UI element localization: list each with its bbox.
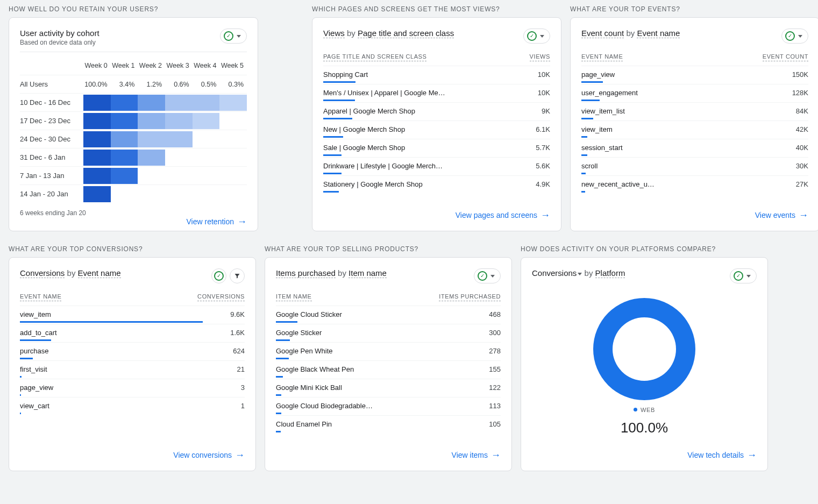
table-row[interactable]: page_view150K xyxy=(581,66,808,84)
status-button[interactable]: ✓ xyxy=(211,268,226,283)
section-label-conversions: WHAT ARE YOUR TOP CONVERSIONS? xyxy=(9,245,256,253)
metric-selector[interactable]: Conversions xyxy=(532,268,577,278)
table-row[interactable]: add_to_cart1.6K xyxy=(20,324,245,342)
pages-card: Views by Page title and screen class ✓ P… xyxy=(312,17,561,231)
view-tech-details-link[interactable]: View tech details→ xyxy=(532,450,757,460)
table-row[interactable]: page_view3 xyxy=(20,379,245,397)
view-events-link[interactable]: View events→ xyxy=(581,210,808,220)
view-retention-link[interactable]: View retention→ xyxy=(20,217,247,226)
metric-selector[interactable]: Event count xyxy=(581,29,624,38)
status-dropdown[interactable]: ✓ xyxy=(730,268,757,283)
row-bar xyxy=(323,154,342,156)
table-row[interactable]: Drinkware | Lifestyle | Google Merch…5.6… xyxy=(323,157,550,175)
table-row[interactable]: Google Sticker300 xyxy=(276,324,501,342)
row-value: 9K xyxy=(542,107,550,115)
row-name: page_view xyxy=(581,70,615,79)
row-bar xyxy=(581,118,593,119)
cohort-cell xyxy=(111,150,138,166)
table-row[interactable]: first_visit21 xyxy=(20,360,245,379)
row-bar xyxy=(276,394,281,396)
cohort-cell xyxy=(111,131,138,147)
metric-selector[interactable]: Views xyxy=(323,29,345,38)
metric-selector[interactable]: Conversions xyxy=(20,268,65,278)
chevron-down-icon xyxy=(540,35,544,38)
row-all-users: All Users xyxy=(20,80,83,88)
table-row[interactable]: Stationery | Google Merch Shop4.9K xyxy=(323,175,550,194)
col-week3: Week 3 xyxy=(165,62,193,69)
row-bar xyxy=(581,100,600,101)
row-name: Cloud Enamel Pin xyxy=(276,420,332,428)
table-row[interactable]: Sale | Google Merch Shop5.7K xyxy=(323,139,550,157)
dimension-selector[interactable]: Page title and screen class xyxy=(358,29,454,38)
row-bar xyxy=(323,191,339,193)
row-name: Stationery | Google Merch Shop xyxy=(323,180,423,188)
table-row[interactable]: Men's / Unisex | Apparel | Google Me…10K xyxy=(323,84,550,102)
cohort-row-label: 7 Jan - 13 Jan xyxy=(20,172,83,180)
row-value: 155 xyxy=(489,365,501,373)
dimension-selector[interactable]: Event name xyxy=(78,268,121,278)
cohort-row-label: 24 Dec - 30 Dec xyxy=(20,135,83,143)
table-row[interactable]: Google Mini Kick Ball122 xyxy=(276,379,501,397)
table-row[interactable]: view_cart1 xyxy=(20,397,245,415)
view-items-link[interactable]: View items→ xyxy=(276,450,501,460)
status-dropdown[interactable]: ✓ xyxy=(781,29,808,44)
dimension-selector[interactable]: Item name xyxy=(348,268,387,278)
metric-selector[interactable]: Items purchased xyxy=(276,268,336,278)
row-name: first_visit xyxy=(20,365,47,373)
row-name: view_item xyxy=(20,310,51,318)
row-value: 3 xyxy=(241,384,245,392)
table-row[interactable]: view_item9.6K xyxy=(20,306,245,324)
table-row[interactable]: new_recent_active_u…27K xyxy=(581,175,808,194)
cohort-row: 10 Dec - 16 Dec xyxy=(20,93,247,111)
col-name: PAGE TITLE AND SCREEN CLASS xyxy=(323,53,426,61)
cohort-row-label: 10 Dec - 16 Dec xyxy=(20,98,83,107)
status-dropdown[interactable]: ✓ xyxy=(220,29,247,44)
cohort-row: 7 Jan - 13 Jan xyxy=(20,166,247,184)
section-label-pages: WHICH PAGES AND SCREENS GET THE MOST VIE… xyxy=(312,5,561,13)
row-value: 6.1K xyxy=(536,125,550,133)
table-row[interactable]: New | Google Merch Shop6.1K xyxy=(323,120,550,139)
status-dropdown[interactable]: ✓ xyxy=(474,268,501,283)
cohort-cell xyxy=(165,131,193,147)
row-value: 21 xyxy=(237,365,245,373)
row-value: 30K xyxy=(796,162,808,170)
cohort-cell xyxy=(165,113,193,129)
arrow-right-icon: → xyxy=(491,450,501,460)
table-row[interactable]: session_start40K xyxy=(581,139,808,157)
arrow-right-icon: → xyxy=(235,450,245,460)
row-value: 5.7K xyxy=(536,144,550,152)
row-bar xyxy=(323,173,342,174)
table-row[interactable]: Google Black Wheat Pen155 xyxy=(276,360,501,379)
dimension-selector[interactable]: Platform xyxy=(595,268,625,278)
status-dropdown[interactable]: ✓ xyxy=(523,29,550,44)
cohort-cell xyxy=(111,95,138,111)
dimension-selector[interactable]: Event name xyxy=(637,29,680,38)
table-row[interactable]: view_item_list84K xyxy=(581,102,808,120)
cohort-row: 17 Dec - 23 Dec xyxy=(20,111,247,130)
filter-icon xyxy=(234,273,240,279)
filter-button[interactable] xyxy=(230,268,245,283)
row-bar xyxy=(581,191,585,193)
platform-title: Conversions by Platform xyxy=(532,268,625,278)
table-row[interactable]: view_item42K xyxy=(581,120,808,139)
cohort-title: User activity by cohort xyxy=(20,29,99,38)
cohort-cell xyxy=(83,186,111,202)
chevron-down-icon xyxy=(578,273,582,275)
cohort-cell xyxy=(165,150,193,166)
table-row[interactable]: scroll30K xyxy=(581,157,808,175)
table-row[interactable]: purchase624 xyxy=(20,342,245,360)
table-row[interactable]: Apparel | Google Merch Shop9K xyxy=(323,102,550,120)
row-bar xyxy=(276,431,281,432)
view-conversions-link[interactable]: View conversions→ xyxy=(20,450,245,460)
row-bar xyxy=(581,136,587,138)
table-row[interactable]: Google Cloud Biodegradable…113 xyxy=(276,397,501,415)
table-row[interactable]: Shopping Cart10K xyxy=(323,66,550,84)
view-pages-link[interactable]: View pages and screens→ xyxy=(323,210,550,220)
table-row[interactable]: Google Pen White278 xyxy=(276,342,501,360)
row-bar xyxy=(20,376,22,378)
col-val: EVENT COUNT xyxy=(763,53,808,61)
cohort-cell xyxy=(219,150,247,166)
table-row[interactable]: Google Cloud Sticker468 xyxy=(276,306,501,324)
table-row[interactable]: user_engagement128K xyxy=(581,84,808,102)
table-row[interactable]: Cloud Enamel Pin105 xyxy=(276,415,501,434)
